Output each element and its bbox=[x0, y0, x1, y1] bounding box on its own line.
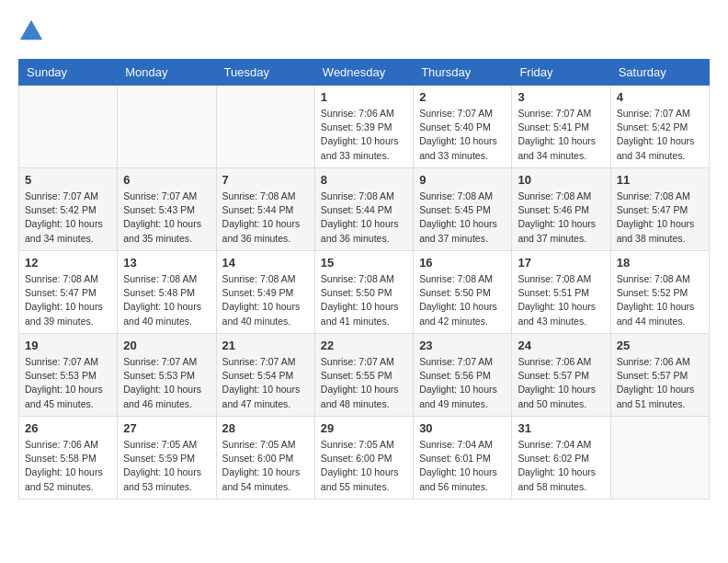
calendar-day-cell: 17Sunrise: 7:08 AM Sunset: 5:51 PM Dayli… bbox=[512, 251, 610, 334]
calendar-day-cell: 5Sunrise: 7:07 AM Sunset: 5:42 PM Daylig… bbox=[19, 168, 118, 251]
day-of-week-header: Tuesday bbox=[216, 60, 314, 86]
calendar-day-cell: 7Sunrise: 7:08 AM Sunset: 5:44 PM Daylig… bbox=[216, 168, 314, 251]
calendar-day-cell: 8Sunrise: 7:08 AM Sunset: 5:44 PM Daylig… bbox=[314, 168, 413, 251]
day-info: Sunrise: 7:08 AM Sunset: 5:47 PM Dayligh… bbox=[617, 190, 703, 246]
day-info: Sunrise: 7:08 AM Sunset: 5:50 PM Dayligh… bbox=[419, 272, 506, 328]
calendar-day-cell: 31Sunrise: 7:04 AM Sunset: 6:02 PM Dayli… bbox=[512, 417, 610, 500]
calendar-day-cell: 26Sunrise: 7:06 AM Sunset: 5:58 PM Dayli… bbox=[19, 417, 118, 500]
day-number: 25 bbox=[617, 339, 703, 352]
calendar-day-cell: 16Sunrise: 7:08 AM Sunset: 5:50 PM Dayli… bbox=[414, 251, 512, 334]
day-info: Sunrise: 7:07 AM Sunset: 5:53 PM Dayligh… bbox=[25, 355, 111, 411]
day-info: Sunrise: 7:06 AM Sunset: 5:39 PM Dayligh… bbox=[321, 107, 407, 163]
day-number: 20 bbox=[123, 339, 210, 352]
day-info: Sunrise: 7:08 AM Sunset: 5:48 PM Dayligh… bbox=[123, 272, 210, 328]
day-info: Sunrise: 7:08 AM Sunset: 5:52 PM Dayligh… bbox=[617, 272, 703, 328]
day-info: Sunrise: 7:07 AM Sunset: 5:42 PM Dayligh… bbox=[617, 107, 703, 163]
day-info: Sunrise: 7:08 AM Sunset: 5:47 PM Dayligh… bbox=[25, 272, 111, 328]
day-number: 18 bbox=[617, 256, 703, 270]
day-info: Sunrise: 7:08 AM Sunset: 5:45 PM Dayligh… bbox=[419, 190, 506, 246]
calendar-week-row: 19Sunrise: 7:07 AM Sunset: 5:53 PM Dayli… bbox=[19, 334, 710, 417]
day-number: 26 bbox=[25, 421, 111, 435]
day-of-week-header: Wednesday bbox=[314, 60, 413, 86]
day-number: 27 bbox=[123, 421, 210, 435]
calendar-day-cell: 10Sunrise: 7:08 AM Sunset: 5:46 PM Dayli… bbox=[512, 168, 610, 251]
calendar-day-cell: 15Sunrise: 7:08 AM Sunset: 5:50 PM Dayli… bbox=[314, 251, 413, 334]
day-number: 21 bbox=[222, 339, 309, 352]
page-header bbox=[18, 18, 710, 44]
day-info: Sunrise: 7:05 AM Sunset: 6:00 PM Dayligh… bbox=[222, 438, 309, 494]
day-number: 30 bbox=[419, 421, 506, 435]
day-info: Sunrise: 7:07 AM Sunset: 5:42 PM Dayligh… bbox=[25, 190, 111, 246]
day-info: Sunrise: 7:06 AM Sunset: 5:57 PM Dayligh… bbox=[518, 355, 604, 411]
day-info: Sunrise: 7:08 AM Sunset: 5:50 PM Dayligh… bbox=[321, 272, 407, 328]
day-info: Sunrise: 7:07 AM Sunset: 5:54 PM Dayligh… bbox=[222, 355, 309, 411]
day-of-week-header: Sunday bbox=[19, 60, 118, 86]
day-info: Sunrise: 7:04 AM Sunset: 6:01 PM Dayligh… bbox=[419, 438, 506, 494]
day-number: 5 bbox=[25, 173, 111, 187]
day-number: 31 bbox=[518, 421, 604, 435]
day-number: 2 bbox=[419, 90, 506, 104]
calendar-day-cell: 6Sunrise: 7:07 AM Sunset: 5:43 PM Daylig… bbox=[118, 168, 216, 251]
svg-marker-0 bbox=[20, 20, 42, 40]
day-info: Sunrise: 7:05 AM Sunset: 5:59 PM Dayligh… bbox=[123, 438, 210, 494]
day-info: Sunrise: 7:04 AM Sunset: 6:02 PM Dayligh… bbox=[518, 438, 604, 494]
day-info: Sunrise: 7:07 AM Sunset: 5:53 PM Dayligh… bbox=[123, 355, 210, 411]
calendar-day-cell: 27Sunrise: 7:05 AM Sunset: 5:59 PM Dayli… bbox=[118, 417, 216, 500]
calendar-week-row: 26Sunrise: 7:06 AM Sunset: 5:58 PM Dayli… bbox=[19, 417, 710, 500]
calendar-day-cell: 4Sunrise: 7:07 AM Sunset: 5:42 PM Daylig… bbox=[610, 86, 709, 168]
calendar-day-cell: 19Sunrise: 7:07 AM Sunset: 5:53 PM Dayli… bbox=[19, 334, 118, 417]
day-number: 10 bbox=[518, 173, 604, 187]
day-number: 9 bbox=[419, 173, 506, 187]
calendar-day-cell: 12Sunrise: 7:08 AM Sunset: 5:47 PM Dayli… bbox=[19, 251, 118, 334]
calendar-day-cell: 29Sunrise: 7:05 AM Sunset: 6:00 PM Dayli… bbox=[314, 417, 413, 500]
day-number: 14 bbox=[222, 256, 309, 270]
day-info: Sunrise: 7:07 AM Sunset: 5:56 PM Dayligh… bbox=[419, 355, 506, 411]
calendar-table: SundayMondayTuesdayWednesdayThursdayFrid… bbox=[18, 59, 710, 500]
day-info: Sunrise: 7:06 AM Sunset: 5:58 PM Dayligh… bbox=[25, 438, 111, 494]
day-info: Sunrise: 7:07 AM Sunset: 5:43 PM Dayligh… bbox=[123, 190, 210, 246]
day-info: Sunrise: 7:05 AM Sunset: 6:00 PM Dayligh… bbox=[321, 438, 407, 494]
calendar-day-cell: 22Sunrise: 7:07 AM Sunset: 5:55 PM Dayli… bbox=[314, 334, 413, 417]
calendar-week-row: 5Sunrise: 7:07 AM Sunset: 5:42 PM Daylig… bbox=[19, 168, 710, 251]
calendar-day-cell bbox=[118, 86, 216, 168]
calendar-day-cell bbox=[216, 86, 314, 168]
calendar-day-cell: 11Sunrise: 7:08 AM Sunset: 5:47 PM Dayli… bbox=[610, 168, 709, 251]
day-info: Sunrise: 7:08 AM Sunset: 5:51 PM Dayligh… bbox=[518, 272, 604, 328]
calendar-day-cell: 20Sunrise: 7:07 AM Sunset: 5:53 PM Dayli… bbox=[118, 334, 216, 417]
day-of-week-header: Friday bbox=[512, 60, 610, 86]
calendar-day-cell: 24Sunrise: 7:06 AM Sunset: 5:57 PM Dayli… bbox=[512, 334, 610, 417]
calendar-day-cell: 3Sunrise: 7:07 AM Sunset: 5:41 PM Daylig… bbox=[512, 86, 610, 168]
day-info: Sunrise: 7:08 AM Sunset: 5:49 PM Dayligh… bbox=[222, 272, 309, 328]
day-number: 23 bbox=[419, 339, 506, 352]
day-number: 7 bbox=[222, 173, 309, 187]
calendar-day-cell: 28Sunrise: 7:05 AM Sunset: 6:00 PM Dayli… bbox=[216, 417, 314, 500]
logo bbox=[18, 18, 48, 44]
day-number: 4 bbox=[617, 90, 703, 104]
day-info: Sunrise: 7:08 AM Sunset: 5:46 PM Dayligh… bbox=[518, 190, 604, 246]
day-of-week-header-row: SundayMondayTuesdayWednesdayThursdayFrid… bbox=[19, 60, 710, 86]
day-of-week-header: Thursday bbox=[414, 60, 512, 86]
day-number: 19 bbox=[25, 339, 111, 352]
logo-icon bbox=[18, 18, 44, 44]
day-number: 1 bbox=[321, 90, 407, 104]
calendar-day-cell: 23Sunrise: 7:07 AM Sunset: 5:56 PM Dayli… bbox=[414, 334, 512, 417]
calendar-week-row: 1Sunrise: 7:06 AM Sunset: 5:39 PM Daylig… bbox=[19, 86, 710, 168]
day-info: Sunrise: 7:08 AM Sunset: 5:44 PM Dayligh… bbox=[222, 190, 309, 246]
day-number: 24 bbox=[518, 339, 604, 352]
calendar-day-cell: 13Sunrise: 7:08 AM Sunset: 5:48 PM Dayli… bbox=[118, 251, 216, 334]
calendar-day-cell: 1Sunrise: 7:06 AM Sunset: 5:39 PM Daylig… bbox=[314, 86, 413, 168]
day-info: Sunrise: 7:07 AM Sunset: 5:41 PM Dayligh… bbox=[518, 107, 604, 163]
calendar-week-row: 12Sunrise: 7:08 AM Sunset: 5:47 PM Dayli… bbox=[19, 251, 710, 334]
day-number: 6 bbox=[123, 173, 210, 187]
day-info: Sunrise: 7:08 AM Sunset: 5:44 PM Dayligh… bbox=[321, 190, 407, 246]
calendar-day-cell: 21Sunrise: 7:07 AM Sunset: 5:54 PM Dayli… bbox=[216, 334, 314, 417]
calendar-day-cell: 14Sunrise: 7:08 AM Sunset: 5:49 PM Dayli… bbox=[216, 251, 314, 334]
calendar-day-cell: 18Sunrise: 7:08 AM Sunset: 5:52 PM Dayli… bbox=[610, 251, 709, 334]
calendar-day-cell: 9Sunrise: 7:08 AM Sunset: 5:45 PM Daylig… bbox=[414, 168, 512, 251]
day-number: 16 bbox=[419, 256, 506, 270]
day-number: 17 bbox=[518, 256, 604, 270]
calendar-body: 1Sunrise: 7:06 AM Sunset: 5:39 PM Daylig… bbox=[19, 86, 710, 500]
day-number: 28 bbox=[222, 421, 309, 435]
day-number: 12 bbox=[25, 256, 111, 270]
day-info: Sunrise: 7:07 AM Sunset: 5:55 PM Dayligh… bbox=[321, 355, 407, 411]
